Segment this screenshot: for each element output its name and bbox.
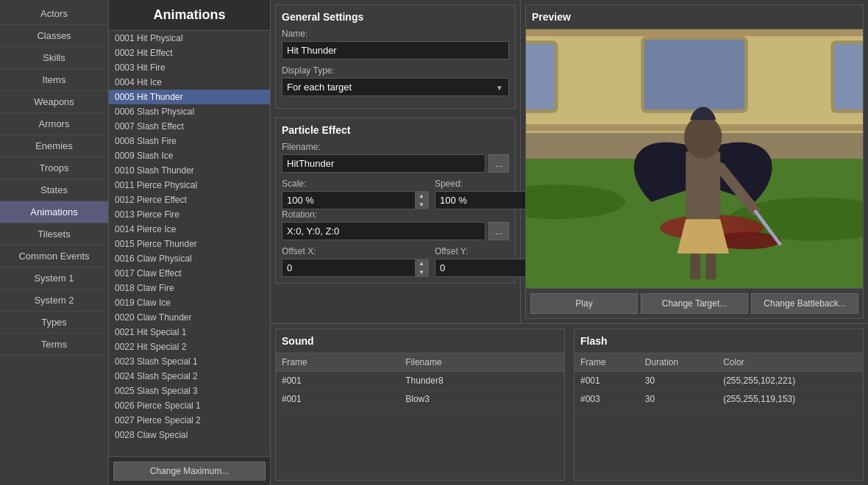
- content-top: General Settings Name: Display Type: For…: [271, 0, 868, 323]
- list-item[interactable]: 0021 Hit Special 1: [109, 325, 270, 340]
- list-item[interactable]: 0022 Hit Special 2: [109, 340, 270, 354]
- change-target-button[interactable]: Change Target...: [641, 293, 748, 314]
- list-item[interactable]: 0011 Pierce Physical: [109, 178, 270, 193]
- sidebar-item-common-events[interactable]: Common Events: [0, 245, 108, 267]
- scale-input[interactable]: [282, 192, 415, 209]
- list-item[interactable]: 0019 Claw Ice: [109, 295, 270, 310]
- list-item[interactable]: 0013 Pierce Fire: [109, 207, 270, 222]
- rotation-input[interactable]: [282, 222, 485, 240]
- list-item[interactable]: 0006 Slash Physical: [109, 104, 270, 119]
- offset-x-down-button[interactable]: ▼: [415, 268, 428, 277]
- rotation-dots-button[interactable]: ...: [488, 222, 509, 240]
- sidebar-item-items[interactable]: Items: [0, 69, 108, 91]
- sidebar-item-skills[interactable]: Skills: [0, 47, 108, 69]
- sidebar-item-weapons[interactable]: Weapons: [0, 91, 108, 113]
- list-footer: Change Maximum...: [109, 456, 270, 485]
- preview-image: [526, 29, 863, 288]
- list-item[interactable]: 0002 Hit Effect: [109, 46, 270, 60]
- particle-effect-panel: Particle Effect Filename: ... Scale: ▲: [275, 118, 516, 284]
- sound-frame-header: Frame: [276, 353, 399, 372]
- display-type-select[interactable]: For each targetFor whole screenFor user: [282, 78, 509, 96]
- sidebar-item-system1[interactable]: System 1: [0, 267, 108, 290]
- preview-panel: Preview: [525, 4, 864, 319]
- offset-x-up-button[interactable]: ▲: [415, 259, 428, 268]
- play-button[interactable]: Play: [530, 293, 638, 314]
- list-item[interactable]: 0007 Slash Effect: [109, 119, 270, 134]
- table-row[interactable]: #001Blow3: [276, 390, 564, 409]
- name-input[interactable]: [282, 41, 509, 60]
- sidebar-item-terms[interactable]: Terms: [0, 334, 108, 356]
- table-row[interactable]: #00130(255,255,102,221): [574, 372, 863, 390]
- sidebar-item-system2[interactable]: System 2: [0, 290, 108, 312]
- sound-filename-header: Filename: [399, 353, 564, 372]
- table-row[interactable]: #00330(255,255,119,153): [574, 390, 863, 409]
- list-item[interactable]: 0025 Slash Special 3: [109, 384, 270, 398]
- offset-x-spinner-btns: ▲ ▼: [415, 259, 428, 276]
- list-item[interactable]: 0020 Claw Thunder: [109, 310, 270, 325]
- offset-x-spinner: ▲ ▼: [282, 259, 429, 277]
- flash-duration-header: Duration: [639, 353, 717, 372]
- sidebar-item-classes[interactable]: Classes: [0, 25, 108, 47]
- sound-table: Frame Filename #001Thunder8#001Blow3: [276, 353, 564, 409]
- change-maximum-button[interactable]: Change Maximum...: [113, 461, 266, 481]
- general-settings-panel: General Settings Name: Display Type: For…: [275, 4, 516, 109]
- flash-color-header: Color: [717, 353, 863, 372]
- list-item[interactable]: 0005 Hit Thunder: [109, 90, 270, 104]
- svg-rect-20: [690, 254, 700, 279]
- list-item[interactable]: 0017 Claw Effect: [109, 266, 270, 281]
- list-item[interactable]: 0015 Pierce Thunder: [109, 237, 270, 251]
- list-item[interactable]: 0008 Slash Fire: [109, 134, 270, 148]
- filename-input[interactable]: [282, 154, 485, 173]
- list-item[interactable]: 0004 Hit Ice: [109, 75, 270, 90]
- content-area: General Settings Name: Display Type: For…: [271, 0, 868, 485]
- table-row[interactable]: #001Thunder8: [276, 372, 564, 390]
- list-item[interactable]: 0001 Hit Physical: [109, 31, 270, 46]
- scale-speed-row: Scale: ▲ ▼ Speed:: [282, 179, 509, 209]
- list-item[interactable]: 0010 Slash Thunder: [109, 163, 270, 178]
- list-item[interactable]: 0027 Pierce Special 2: [109, 413, 270, 428]
- svg-rect-5: [833, 43, 863, 112]
- list-item[interactable]: 0003 Hit Fire: [109, 60, 270, 75]
- rotation-label: Rotation:: [282, 209, 509, 220]
- change-battleback-button[interactable]: Change Battleback...: [751, 293, 858, 314]
- list-item[interactable]: 0023 Slash Special 1: [109, 354, 270, 369]
- scale-down-button[interactable]: ▼: [415, 201, 428, 209]
- list-item[interactable]: 0016 Claw Physical: [109, 251, 270, 266]
- list-item[interactable]: 0012 Pierce Effect: [109, 193, 270, 207]
- sidebar-item-animations[interactable]: Animations: [0, 201, 108, 223]
- list-item[interactable]: 0009 Slash Ice: [109, 148, 270, 163]
- filename-label: Filename:: [282, 142, 509, 152]
- flash-panel: Flash Frame Duration Color #00130(255,25…: [574, 328, 864, 481]
- sidebar-item-armors[interactable]: Armors: [0, 113, 108, 135]
- general-settings-title: General Settings: [282, 11, 509, 23]
- display-type-wrapper: For each targetFor whole screenFor user: [282, 78, 509, 96]
- rotation-row: ...: [282, 222, 509, 240]
- list-item[interactable]: 0024 Slash Special 2: [109, 369, 270, 384]
- animation-list-scroll[interactable]: 0001 Hit Physical0002 Hit Effect0003 Hit…: [109, 31, 270, 456]
- sidebar-item-types[interactable]: Types: [0, 312, 108, 334]
- sidebar-item-actors[interactable]: Actors: [0, 3, 108, 25]
- list-item[interactable]: 0018 Claw Fire: [109, 281, 270, 295]
- sidebar-item-tilesets[interactable]: Tilesets: [0, 223, 108, 245]
- list-item[interactable]: 0028 Claw Special: [109, 428, 270, 442]
- sound-table-header: Frame Filename: [276, 353, 564, 372]
- scale-spinner: ▲ ▼: [282, 191, 429, 209]
- sidebar-item-enemies[interactable]: Enemies: [0, 135, 108, 157]
- sidebar-item-states[interactable]: States: [0, 179, 108, 201]
- particle-effect-title: Particle Effect: [282, 124, 509, 136]
- offset-x-group: Offset X: ▲ ▼: [282, 246, 429, 277]
- list-panel-title: Animations: [109, 0, 270, 31]
- sidebar-item-troops[interactable]: Troops: [0, 157, 108, 179]
- scale-up-button[interactable]: ▲: [415, 192, 428, 201]
- settings-column: General Settings Name: Display Type: For…: [271, 0, 521, 323]
- list-item[interactable]: 0026 Pierce Special 1: [109, 398, 270, 413]
- svg-point-17: [684, 115, 722, 159]
- list-item[interactable]: 0014 Pierce Ice: [109, 222, 270, 237]
- flash-table: Frame Duration Color #00130(255,255,102,…: [574, 353, 863, 409]
- scale-label: Scale:: [282, 179, 429, 189]
- filename-dots-button[interactable]: ...: [488, 154, 509, 173]
- bottom-panels: Sound Frame Filename #001Thunder8#001Blo…: [271, 323, 868, 485]
- offset-x-input[interactable]: [282, 259, 415, 276]
- sound-panel: Sound Frame Filename #001Thunder8#001Blo…: [275, 328, 565, 481]
- svg-rect-21: [705, 254, 716, 279]
